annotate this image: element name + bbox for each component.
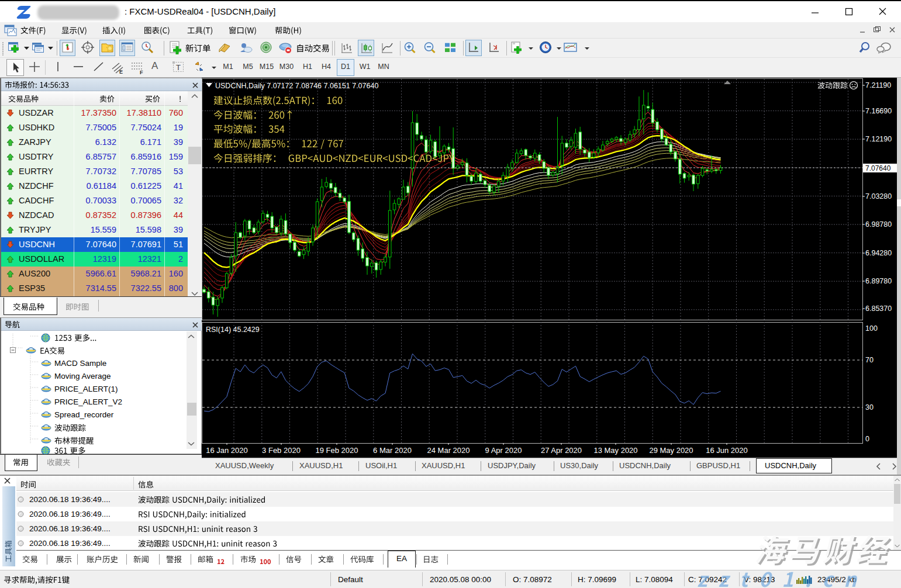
svg-text:6.98780: 6.98780 bbox=[865, 220, 892, 229]
svg-text:E: E bbox=[119, 69, 123, 75]
svg-text:27 Apr 2020: 27 Apr 2020 bbox=[541, 446, 582, 455]
svg-text:6.94280: 6.94280 bbox=[865, 249, 892, 257]
svg-text:24 Mar 2020: 24 Mar 2020 bbox=[427, 446, 470, 455]
svg-text:16 Jun 2020: 16 Jun 2020 bbox=[706, 446, 748, 455]
svg-text:19 Feb 2020: 19 Feb 2020 bbox=[315, 446, 358, 455]
svg-text:9 Apr 2020: 9 Apr 2020 bbox=[485, 446, 522, 455]
svg-text:100: 100 bbox=[865, 324, 878, 333]
svg-text:16 Jan 2020: 16 Jan 2020 bbox=[206, 446, 248, 455]
svg-text:30: 30 bbox=[865, 403, 874, 411]
svg-text:13 May 2020: 13 May 2020 bbox=[593, 446, 637, 455]
svg-text:29 May 2020: 29 May 2020 bbox=[649, 446, 693, 455]
svg-text:7.21190: 7.21190 bbox=[865, 81, 891, 89]
svg-text:7.16690: 7.16690 bbox=[865, 107, 892, 115]
svg-text:70: 70 bbox=[865, 356, 874, 364]
svg-text:RSI(14) 45.2429: RSI(14) 45.2429 bbox=[206, 326, 260, 334]
svg-text:7.12190: 7.12190 bbox=[865, 135, 892, 143]
svg-text:USDCNH,Daily 7.07172 7.08746: USDCNH,Daily 7.07172 7.08746 7.06151 7.0… bbox=[215, 82, 378, 90]
svg-text:7.03280: 7.03280 bbox=[865, 192, 892, 200]
svg-text:7.07640: 7.07640 bbox=[865, 164, 891, 172]
svg-text:T: T bbox=[176, 63, 181, 72]
svg-text:6.89780: 6.89780 bbox=[865, 277, 892, 285]
svg-text:6.85370: 6.85370 bbox=[865, 305, 892, 313]
svg-text:F: F bbox=[140, 70, 143, 75]
svg-text:3 Feb 2020: 3 Feb 2020 bbox=[262, 446, 301, 455]
svg-text:6 Mar 2020: 6 Mar 2020 bbox=[373, 446, 412, 455]
svg-text:0: 0 bbox=[865, 435, 869, 443]
